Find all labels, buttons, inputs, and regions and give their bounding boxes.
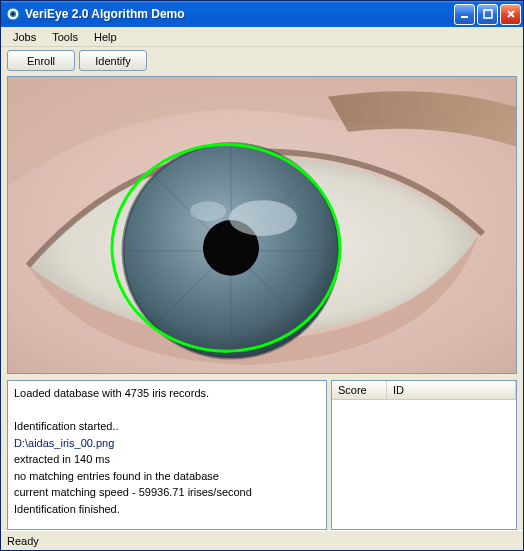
menu-tools[interactable]: Tools xyxy=(44,29,86,45)
identify-button[interactable]: Identify xyxy=(79,50,147,71)
bottom-panes: Loaded database with 4735 iris records. … xyxy=(7,380,517,530)
status-text: Ready xyxy=(7,535,39,547)
enroll-button[interactable]: Enroll xyxy=(7,50,75,71)
log-line: Identification started.. xyxy=(14,420,119,432)
log-line: Identification finished. xyxy=(14,503,120,515)
svg-point-17 xyxy=(229,200,297,236)
menu-jobs[interactable]: Jobs xyxy=(5,29,44,45)
maximize-button[interactable] xyxy=(477,4,498,25)
svg-rect-4 xyxy=(484,10,492,18)
log-line: current matching speed - 59936.71 irises… xyxy=(14,486,252,498)
titlebar: VeriEye 2.0 Algorithm Demo xyxy=(1,1,523,27)
minimize-button[interactable] xyxy=(454,4,475,25)
results-header: Score ID xyxy=(332,381,516,400)
log-file-link[interactable]: D:\aidas_iris_00.png xyxy=(14,437,114,449)
log-line: Loaded database with 4735 iris records. xyxy=(14,387,209,399)
window-buttons xyxy=(454,4,521,25)
svg-point-18 xyxy=(190,201,226,221)
window-title: VeriEye 2.0 Algorithm Demo xyxy=(25,7,454,21)
toolbar: Enroll Identify xyxy=(1,47,523,74)
results-list[interactable]: Score ID xyxy=(331,380,517,530)
app-window: VeriEye 2.0 Algorithm Demo Jobs Tools He… xyxy=(0,0,524,551)
menu-help[interactable]: Help xyxy=(86,29,125,45)
col-id[interactable]: ID xyxy=(387,381,516,399)
statusbar: Ready xyxy=(1,530,523,550)
log-line: extracted in 140 ms xyxy=(14,453,110,465)
svg-point-2 xyxy=(12,13,14,15)
image-pane xyxy=(7,76,517,374)
log-line: no matching entries found in the databas… xyxy=(14,470,219,482)
col-score[interactable]: Score xyxy=(332,381,387,399)
log-pane[interactable]: Loaded database with 4735 iris records. … xyxy=(7,380,327,530)
eye-image xyxy=(8,77,516,373)
menubar: Jobs Tools Help xyxy=(1,27,523,47)
svg-rect-3 xyxy=(461,16,468,18)
app-icon xyxy=(5,6,21,22)
close-button[interactable] xyxy=(500,4,521,25)
